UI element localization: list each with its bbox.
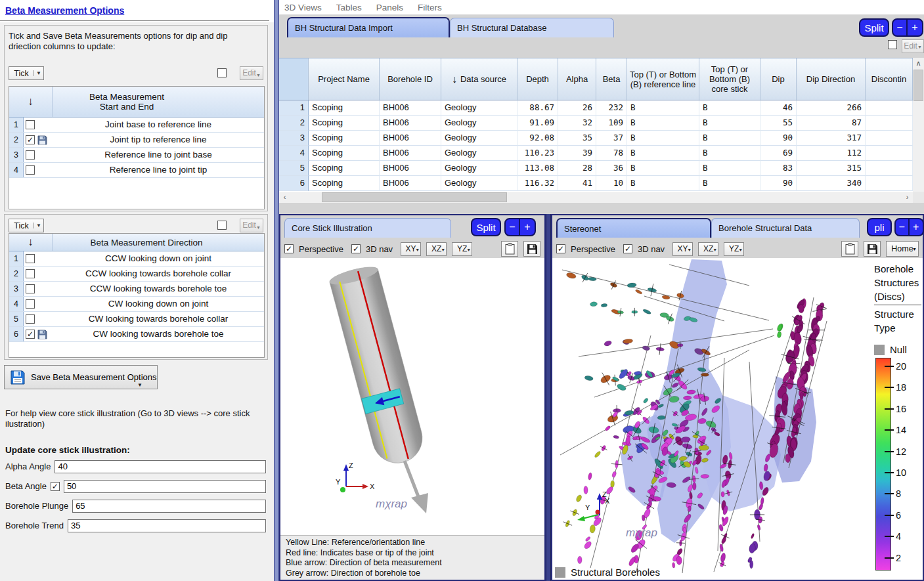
main-splitter[interactable]	[274, 0, 279, 581]
table-cell: Scoping	[309, 100, 380, 116]
axis-triad: Z X Y	[336, 462, 375, 492]
minimize-button[interactable]: −	[506, 219, 520, 235]
perspective-checkbox[interactable]: ✓	[284, 244, 294, 253]
column-header-label: Alpha	[566, 74, 588, 84]
column-header[interactable]: Top (T) or Bottom (B) core stick	[699, 58, 760, 100]
borehole-3d-view[interactable]: Z X Y mχrap Structural Boreholes Borehol…	[552, 258, 923, 580]
borehole-plunge-field[interactable]	[72, 500, 266, 513]
split-button[interactable]: Split	[471, 218, 501, 236]
option-checkbox[interactable]	[26, 120, 35, 129]
column-header[interactable]: Project Name	[309, 58, 380, 100]
borehole-trend-field[interactable]	[68, 519, 266, 532]
yz-view-button[interactable]: YZ▼	[452, 242, 472, 256]
copy-to-clipboard-button[interactable]	[841, 241, 858, 257]
tab-borehole-structural-data[interactable]: Borehole Structural Data	[711, 218, 860, 238]
borehole-trend-row: Borehole Trend	[5, 519, 266, 532]
option-checkbox[interactable]	[26, 299, 35, 309]
tick-dropdown[interactable]: Tick ▼	[9, 66, 44, 80]
table-row[interactable]: 3ScopingBH006Geology92.083537BB90317	[279, 131, 913, 146]
3d-nav-checkbox[interactable]: ✓	[623, 244, 632, 253]
menu-panels[interactable]: Panels	[376, 3, 403, 12]
yz-view-button[interactable]: YZ▼	[724, 242, 744, 256]
option-checkbox[interactable]	[26, 165, 35, 175]
column-header[interactable]: Depth	[517, 58, 558, 100]
column-header[interactable]: Discontin	[866, 58, 913, 100]
save-beta-options-button[interactable]: Save Beta Measurement Options ▼	[4, 365, 158, 389]
scroll-up-arrow[interactable]: ∧	[913, 58, 924, 69]
edit-button[interactable]: Edit▼	[902, 39, 924, 53]
borehole-toe-arrowhead-grey	[411, 493, 428, 513]
tick-label: 18	[896, 382, 906, 393]
edit-checkbox[interactable]	[217, 68, 227, 77]
table-row[interactable]: 1ScopingBH006Geology88.6726232BB46266	[279, 100, 913, 116]
tab-core-stick-illustration[interactable]: Core Stick Illustration	[284, 218, 451, 238]
tick-dropdown[interactable]: Tick ▼	[9, 219, 44, 232]
table-row[interactable]: 6ScopingBH006Geology116.324110BB90340	[279, 176, 913, 191]
horizontal-scroll-thumb[interactable]	[322, 192, 507, 202]
table-row[interactable]: 5ScopingBH006Geology113.082836BB83315	[279, 161, 913, 176]
table-row[interactable]: 4ScopingBH006Geology110.233978BB69112	[279, 146, 913, 161]
column-header[interactable]: Alpha	[558, 58, 596, 100]
maximize-button[interactable]: +	[520, 219, 535, 235]
xy-view-button[interactable]: XY▼	[672, 242, 693, 256]
minimize-button[interactable]: −	[896, 219, 910, 235]
column-header[interactable]: Borehole ID	[380, 58, 441, 100]
3d-nav-checkbox[interactable]: ✓	[351, 244, 361, 253]
menu-tables[interactable]: Tables	[336, 3, 362, 12]
maximize-button[interactable]: +	[908, 20, 922, 35]
xz-view-button[interactable]: XZ▼	[698, 242, 718, 256]
edit-button[interactable]: Edit▼	[240, 219, 263, 232]
perspective-checkbox[interactable]: ✓	[556, 244, 565, 253]
bottom-splitter[interactable]	[546, 214, 551, 581]
column-header[interactable]: Dip	[760, 58, 797, 100]
save-image-button[interactable]	[864, 241, 881, 257]
option-checkbox[interactable]	[26, 269, 35, 278]
save-image-button[interactable]	[523, 241, 540, 257]
scroll-right-arrow[interactable]: ›	[902, 192, 913, 203]
alpha-angle-field[interactable]	[55, 460, 266, 473]
panel-title-link[interactable]: Beta Measurement Options	[5, 5, 124, 16]
tick-mark	[885, 557, 894, 559]
vertical-scroll-thumb[interactable]	[913, 70, 923, 101]
row-number: 3	[9, 148, 24, 162]
beta-angle-field[interactable]	[64, 480, 266, 493]
table-cell: B	[699, 161, 760, 176]
tab-bh-structural-data-import[interactable]: BH Structural Data Import	[287, 17, 450, 37]
scroll-left-arrow[interactable]: ‹	[279, 192, 290, 203]
column-header[interactable]: Top (T) or Bottom (B) reference line	[627, 58, 699, 100]
column-header[interactable]	[279, 58, 309, 100]
tab-bh-structural-database[interactable]: BH Structural Database	[450, 18, 614, 37]
column-header[interactable]: ↓Data source	[441, 58, 517, 100]
table-row[interactable]: 2ScopingBH006Geology91.0932109BB5587	[279, 116, 913, 131]
option-checkbox[interactable]: ✓	[26, 330, 35, 339]
option-checkbox[interactable]	[26, 314, 35, 324]
structure-disc	[720, 553, 726, 563]
minimize-button[interactable]: −	[893, 20, 908, 35]
colorbar-tick: 2	[885, 553, 901, 563]
option-checkbox[interactable]: ✓	[26, 135, 35, 144]
horizontal-scrollbar[interactable]: ‹ ›	[279, 192, 913, 203]
option-checkbox[interactable]	[26, 254, 35, 263]
beta-angle-checkbox[interactable]: ✓	[51, 482, 60, 491]
split-button[interactable]: Split	[859, 18, 889, 37]
option-checkbox[interactable]	[26, 284, 35, 293]
xy-view-button[interactable]: XY▼	[401, 242, 421, 256]
tab-stereonet[interactable]: Stereonet	[556, 218, 711, 238]
copy-to-clipboard-button[interactable]	[501, 241, 518, 257]
edit-checkbox[interactable]	[888, 40, 897, 49]
option-checkbox[interactable]	[26, 150, 35, 160]
vertical-scrollbar[interactable]: ∧ ∨	[913, 58, 924, 203]
maximize-button[interactable]: +	[910, 219, 923, 235]
edit-button[interactable]: Edit▼	[240, 66, 263, 80]
menu-filters[interactable]: Filters	[418, 3, 442, 12]
z-axis-label: Z	[349, 462, 353, 469]
direction-controls: Tick ▼ Edit▼	[9, 219, 263, 233]
home-view-button[interactable]: Home▼	[886, 241, 919, 257]
split-button-clipped[interactable]: pli	[867, 218, 892, 236]
menu-3d-views[interactable]: 3D Views	[284, 3, 322, 12]
core-stick-3d-view[interactable]: Z X Y mχrap	[280, 258, 544, 535]
column-header[interactable]: Beta	[596, 58, 627, 100]
edit-checkbox[interactable]	[217, 221, 227, 230]
column-header[interactable]: Dip Direction	[797, 58, 866, 100]
xz-view-button[interactable]: XZ▼	[426, 242, 447, 256]
